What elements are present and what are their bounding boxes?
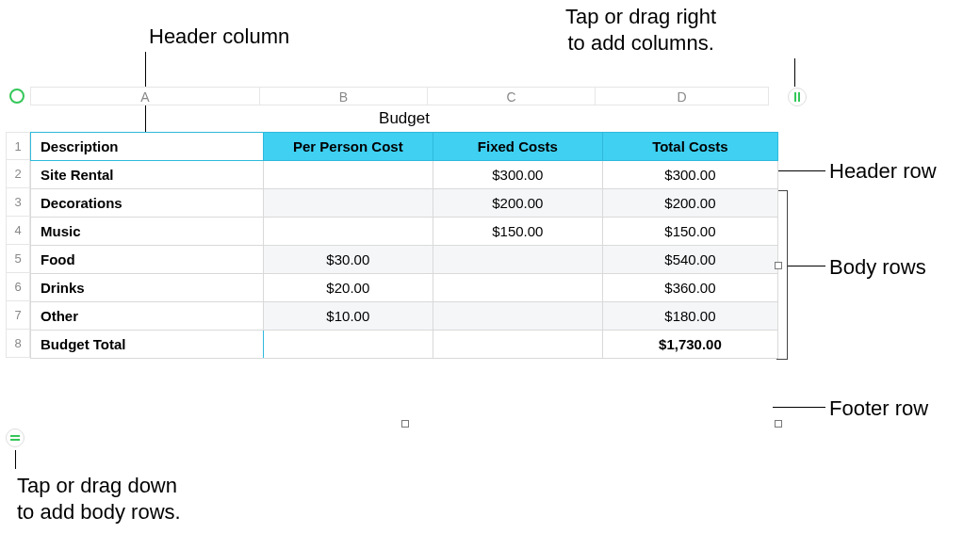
column-header-C[interactable]: C [428,87,596,105]
cell-per-person[interactable] [263,331,433,359]
resize-handle-icon[interactable] [401,420,409,428]
column-header-bar: A B C D [6,87,778,105]
callout-line [773,170,825,171]
cell-per-person[interactable] [263,218,433,246]
table-footer-row: Budget Total $1,730.00 [31,331,778,359]
table-area: Budget Description Per Person Cost Fixed… [30,105,778,359]
callout-line [15,450,16,469]
add-column-handle-icon[interactable] [788,88,807,106]
sheet-corner [6,87,30,105]
cell-fixed[interactable] [433,274,602,302]
callout-header-row: Header row [829,158,937,185]
table-row: Site Rental $300.00 $300.00 [31,161,778,189]
table-row: Food $30.00 $540.00 [31,246,778,274]
row-header-2[interactable]: 2 [6,160,30,188]
cell-fixed[interactable] [433,302,602,331]
column-header-D[interactable]: D [596,87,769,105]
cell-per-person[interactable] [263,189,433,218]
row-header-5[interactable]: 5 [6,245,30,273]
select-all-handle-icon[interactable] [9,89,24,104]
column-header-A[interactable]: A [30,87,260,105]
cell-per-person[interactable]: $20.00 [263,274,433,302]
cell-fixed[interactable]: $200.00 [433,189,602,218]
table-row: Drinks $20.00 $360.00 [31,274,778,302]
resize-handle-icon[interactable] [775,420,782,428]
cell-per-person[interactable]: $10.00 [263,302,433,331]
cell-description[interactable]: Music [31,218,264,246]
budget-table: Description Per Person Cost Fixed Costs … [30,132,778,359]
table-row: Music $150.00 $150.00 [31,218,778,246]
callout-header-column: Header column [149,24,289,50]
cell-description[interactable]: Budget Total [31,331,264,359]
resize-handle-icon[interactable] [775,262,782,269]
spreadsheet: A B C D 1 2 3 4 5 6 7 8 Budget Descripti… [6,87,778,359]
row-header-4[interactable]: 4 [6,217,30,245]
row-header-1[interactable]: 1 [6,132,30,160]
cell-total[interactable]: $360.00 [602,274,777,302]
callout-add-columns: Tap or drag right to add columns. [565,4,716,56]
row-header-3[interactable]: 3 [6,188,30,217]
cell-description[interactable]: Decorations [31,189,264,218]
table-row: Decorations $200.00 $200.00 [31,189,778,218]
cell-fixed[interactable] [433,331,602,359]
callout-add-body-rows: Tap or drag down to add body rows. [17,473,181,525]
header-fixed[interactable]: Fixed Costs [433,133,602,161]
row-header-7[interactable]: 7 [6,301,30,330]
cell-fixed[interactable]: $150.00 [433,218,602,246]
table-row: Other $10.00 $180.00 [31,302,778,331]
cell-description[interactable]: Food [31,246,264,274]
callout-line [773,407,825,408]
cell-total[interactable]: $300.00 [602,161,777,189]
callout-line [794,58,795,87]
cell-per-person[interactable]: $30.00 [263,246,433,274]
cell-description[interactable]: Other [31,302,264,331]
cell-total[interactable]: $150.00 [602,218,777,246]
cell-total[interactable]: $540.00 [602,246,777,274]
header-total[interactable]: Total Costs [602,133,777,161]
column-header-B[interactable]: B [260,87,428,105]
table-title[interactable]: Budget [30,105,778,132]
callout-footer-row: Footer row [829,396,928,422]
cell-description[interactable]: Site Rental [31,161,264,189]
cell-fixed[interactable]: $300.00 [433,161,602,189]
row-header-bar: 1 2 3 4 5 6 7 8 [6,105,30,359]
add-row-handle-icon[interactable] [6,428,24,447]
table-header-row: Description Per Person Cost Fixed Costs … [31,133,778,161]
header-description[interactable]: Description [31,133,264,161]
cell-per-person[interactable] [263,161,433,189]
cell-total[interactable]: $180.00 [602,302,777,331]
row-header-6[interactable]: 6 [6,273,30,301]
cell-total[interactable]: $200.00 [602,189,777,218]
callout-line [788,266,825,266]
header-per-person[interactable]: Per Person Cost [263,133,433,161]
cell-total[interactable]: $1,730.00 [602,331,777,359]
callout-body-rows: Body rows [829,254,926,281]
cell-fixed[interactable] [433,246,602,274]
row-header-8[interactable]: 8 [6,330,30,358]
cell-description[interactable]: Drinks [31,274,264,302]
